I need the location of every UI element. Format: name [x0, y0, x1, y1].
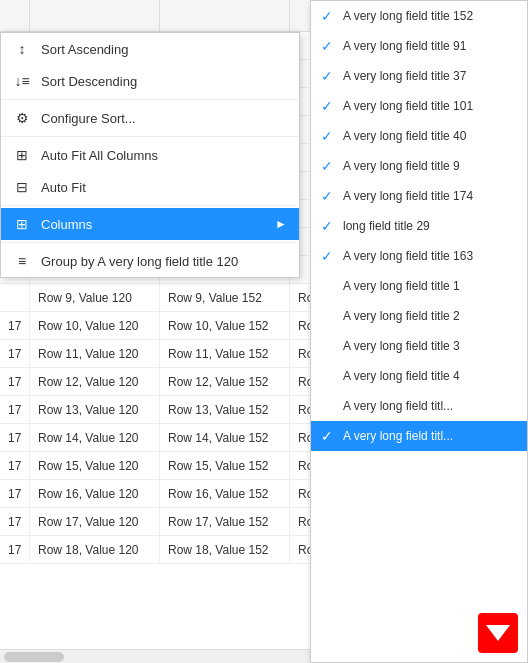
check-icon: ✓	[321, 308, 337, 324]
cell-col3: Row 17	[290, 508, 310, 535]
cell-row-num: 17	[0, 340, 30, 367]
columns-panel-item[interactable]: ✓ A very long field title 4	[311, 361, 527, 391]
cell-row-num	[0, 284, 30, 311]
menu-auto-fit[interactable]: ⊟ Auto Fit	[1, 171, 299, 203]
column-item-label: A very long field titl...	[343, 399, 453, 413]
column-item-label: A very long field title 9	[343, 159, 460, 173]
grid-header	[0, 0, 310, 32]
table-row[interactable]: 17 Row 10, Value 120 Row 10, Value 152 R…	[0, 312, 310, 340]
check-icon: ✓	[321, 398, 337, 414]
cell-row-num: 17	[0, 312, 30, 339]
cell-row-num: 17	[0, 508, 30, 535]
columns-panel-item[interactable]: ✓ A very long field title 1	[311, 271, 527, 301]
column-item-label: A very long field title 1	[343, 279, 460, 293]
columns-panel-item[interactable]: ✓ A very long field title 101	[311, 91, 527, 121]
menu-group-by[interactable]: ≡ Group by A very long field title 120	[1, 245, 299, 277]
menu-auto-fit-all-label: Auto Fit All Columns	[41, 148, 158, 163]
table-row[interactable]: 17 Row 16, Value 120 Row 16, Value 152 R…	[0, 480, 310, 508]
cell-col2: Row 13, Value 152	[160, 396, 290, 423]
table-row[interactable]: 17 Row 15, Value 120 Row 15, Value 152 R…	[0, 452, 310, 480]
menu-auto-fit-label: Auto Fit	[41, 180, 86, 195]
columns-panel-item[interactable]: ✓ A very long field title 152	[311, 1, 527, 31]
cell-col1: Row 17, Value 120	[30, 508, 160, 535]
menu-sort-asc[interactable]: ↕ Sort Ascending	[1, 33, 299, 65]
grid-header-col2[interactable]	[160, 0, 290, 31]
check-icon: ✓	[321, 428, 337, 444]
menu-sep-3	[1, 205, 299, 206]
cell-col2: Row 16, Value 152	[160, 480, 290, 507]
grid-header-col3[interactable]	[290, 0, 310, 31]
columns-panel-item[interactable]: ✓ A very long field title 9	[311, 151, 527, 181]
cell-col2: Row 10, Value 152	[160, 312, 290, 339]
cell-col2: Row 14, Value 152	[160, 424, 290, 451]
cell-col1: Row 11, Value 120	[30, 340, 160, 367]
menu-sort-asc-label: Sort Ascending	[41, 42, 128, 57]
context-menu: ↕ Sort Ascending ↓≡ Sort Descending ⚙ Co…	[0, 32, 300, 278]
cell-col3: Row 11	[290, 340, 310, 367]
columns-panel-item[interactable]: ✓ A very long field title 163	[311, 241, 527, 271]
cell-col3: Row 14	[290, 424, 310, 451]
cell-col3: Row 9,	[290, 284, 310, 311]
column-item-label: A very long field title 152	[343, 9, 473, 23]
column-item-label: A very long field title 4	[343, 369, 460, 383]
menu-sort-desc-label: Sort Descending	[41, 74, 137, 89]
columns-panel-item[interactable]: ✓ A very long field title 37	[311, 61, 527, 91]
cell-col2: Row 12, Value 152	[160, 368, 290, 395]
table-row[interactable]: 17 Row 12, Value 120 Row 12, Value 152 R…	[0, 368, 310, 396]
column-item-label: A very long field titl...	[343, 429, 453, 443]
scroll-down-button[interactable]	[478, 613, 518, 653]
cell-col1: Row 18, Value 120	[30, 536, 160, 563]
menu-columns-label: Columns	[41, 217, 92, 232]
scrollbar-thumb[interactable]	[4, 652, 64, 662]
cell-col3: Row 15	[290, 452, 310, 479]
columns-panel-item[interactable]: ✓ A very long field title 2	[311, 301, 527, 331]
cell-col3: Row 16	[290, 480, 310, 507]
menu-auto-fit-all[interactable]: ⊞ Auto Fit All Columns	[1, 139, 299, 171]
column-item-label: A very long field title 163	[343, 249, 473, 263]
auto-fit-icon: ⊟	[13, 178, 31, 196]
check-icon: ✓	[321, 128, 337, 144]
table-row[interactable]: 17 Row 11, Value 120 Row 11, Value 152 R…	[0, 340, 310, 368]
cell-col3: Row 18	[290, 536, 310, 563]
column-item-label: A very long field title 91	[343, 39, 466, 53]
check-icon: ✓	[321, 8, 337, 24]
configure-sort-icon: ⚙	[13, 109, 31, 127]
columns-panel-item[interactable]: ✓ A very long field title 174	[311, 181, 527, 211]
cell-row-num: 17	[0, 424, 30, 451]
columns-panel-item[interactable]: ✓ A very long field title 40	[311, 121, 527, 151]
menu-sep-2	[1, 136, 299, 137]
grid-header-col1[interactable]	[30, 0, 160, 31]
auto-fit-all-icon: ⊞	[13, 146, 31, 164]
menu-columns[interactable]: ⊞ Columns ►	[1, 208, 299, 240]
column-item-label: A very long field title 3	[343, 339, 460, 353]
columns-panel-item[interactable]: ✓ A very long field titl...	[311, 391, 527, 421]
table-row[interactable]: 17 Row 18, Value 120 Row 18, Value 152 R…	[0, 536, 310, 564]
grid-header-row-num	[0, 0, 30, 31]
table-row[interactable]: 17 Row 17, Value 120 Row 17, Value 152 R…	[0, 508, 310, 536]
check-icon: ✓	[321, 68, 337, 84]
columns-arrow-icon: ►	[275, 217, 287, 231]
table-row[interactable]: 17 Row 14, Value 120 Row 14, Value 152 R…	[0, 424, 310, 452]
cell-col2: Row 9, Value 152	[160, 284, 290, 311]
columns-panel-item[interactable]: ✓ A very long field title 3	[311, 331, 527, 361]
column-item-label: A very long field title 40	[343, 129, 466, 143]
columns-panel-item[interactable]: ✓ A very long field title 91	[311, 31, 527, 61]
columns-panel: ✓ A very long field title 152 ✓ A very l…	[310, 0, 528, 663]
table-row[interactable]: 17 Row 13, Value 120 Row 13, Value 152 R…	[0, 396, 310, 424]
menu-sep-4	[1, 242, 299, 243]
columns-panel-item[interactable]: ✓ A very long field titl...	[311, 421, 527, 451]
group-by-icon: ≡	[13, 252, 31, 270]
table-row[interactable]: Row 9, Value 120 Row 9, Value 152 Row 9,	[0, 284, 310, 312]
cell-col1: Row 12, Value 120	[30, 368, 160, 395]
cell-col2: Row 17, Value 152	[160, 508, 290, 535]
cell-row-num: 17	[0, 452, 30, 479]
menu-sort-desc[interactable]: ↓≡ Sort Descending	[1, 65, 299, 97]
columns-icon: ⊞	[13, 215, 31, 233]
menu-group-by-label: Group by A very long field title 120	[41, 254, 238, 269]
cell-col3: Row 10	[290, 312, 310, 339]
cell-row-num: 17	[0, 368, 30, 395]
columns-panel-item[interactable]: ✓ long field title 29	[311, 211, 527, 241]
menu-configure-sort[interactable]: ⚙ Configure Sort...	[1, 102, 299, 134]
check-icon: ✓	[321, 38, 337, 54]
cell-col1: Row 14, Value 120	[30, 424, 160, 451]
